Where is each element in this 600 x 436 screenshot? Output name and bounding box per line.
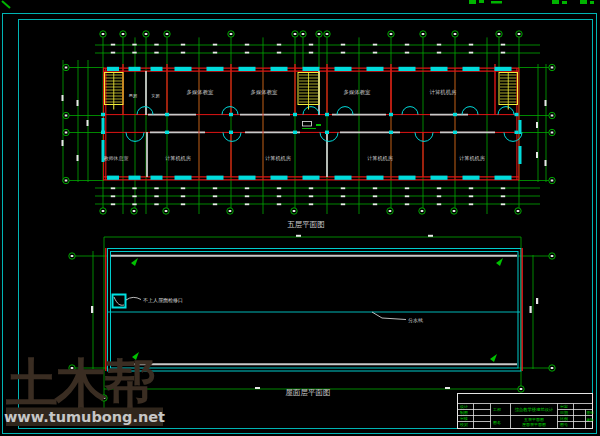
window (107, 176, 119, 180)
window (239, 67, 256, 71)
window (463, 176, 480, 180)
room-label: 多媒体教室 (251, 89, 279, 96)
axis-number-mark (551, 255, 554, 257)
window (151, 67, 163, 71)
dim-text-mark (245, 44, 249, 46)
dim-text-mark (132, 195, 136, 197)
window (399, 176, 416, 180)
window (239, 176, 256, 180)
window (463, 67, 480, 71)
column-block (389, 131, 393, 134)
dim-text-mark (245, 187, 249, 189)
axis-number-mark (318, 33, 321, 35)
axis-number-mark (122, 33, 125, 35)
dim-text-mark (181, 195, 185, 197)
drawing-name: 屋面层平面图 (522, 422, 546, 427)
dim-text-mark (245, 203, 249, 205)
room-label: 计算机机房 (265, 155, 291, 161)
room-label: 多媒体教室 (344, 89, 372, 96)
dim-text-mark (132, 52, 136, 54)
dim-text-mark (277, 52, 281, 54)
room-label: 多媒体教室 (187, 89, 215, 96)
dim-text-mark (62, 140, 64, 146)
axis-number-mark (498, 33, 501, 35)
dim-text-mark (277, 195, 281, 197)
axis-number-mark (293, 210, 296, 212)
dim-text-mark (309, 52, 313, 54)
dim-text-mark (536, 152, 538, 158)
column-block (515, 113, 519, 116)
dim-text-mark (501, 187, 505, 189)
dim-text-mark (437, 203, 441, 205)
title-block-field: 图号 (560, 422, 568, 427)
dim-text-mark (255, 387, 260, 389)
axis-number-mark (102, 210, 105, 212)
dim-text-mark (405, 187, 409, 189)
dim-text-mark (213, 195, 217, 197)
window (129, 176, 141, 180)
axis-number-mark (551, 180, 554, 182)
axis-number-mark (294, 33, 297, 35)
dim-text-mark (341, 203, 345, 205)
column-block (229, 113, 233, 116)
dim-text-mark (154, 52, 158, 54)
dim-text-mark (91, 306, 93, 313)
dim-text-mark (154, 195, 158, 197)
dim-text-mark (132, 187, 136, 189)
dim-text-mark (213, 52, 217, 54)
dim-text-mark (501, 203, 505, 205)
dim-text-mark (437, 195, 441, 197)
column-block (453, 131, 457, 134)
dim-text-mark (213, 187, 217, 189)
dim-text-mark (428, 235, 433, 237)
fragment-mark (491, 1, 502, 4)
dim-text-mark (545, 160, 547, 166)
window (367, 176, 384, 180)
axis-number-mark (551, 367, 554, 369)
roof-plan-title: 屋面层平面图 (286, 388, 331, 397)
column-block (515, 131, 519, 134)
column-block (101, 113, 105, 116)
level-marker-tag (316, 124, 321, 126)
fragment-mark (469, 0, 476, 4)
room-label: 计算机机房 (165, 155, 191, 161)
dim-text-mark (373, 195, 377, 197)
dim-text-mark (469, 195, 473, 197)
window (495, 67, 512, 71)
column-block (229, 131, 233, 134)
column-block (325, 131, 329, 134)
title-block-field: 审核 (460, 416, 468, 421)
dim-text-mark (245, 52, 249, 54)
room-label: 教师休息室 (104, 155, 129, 162)
axis-number-mark (230, 33, 233, 35)
dim-text-mark (341, 44, 345, 46)
axis-number-mark (65, 67, 68, 69)
dim-text-mark (111, 195, 115, 197)
dim-text-mark (469, 52, 473, 54)
dim-text-mark (62, 95, 64, 101)
dim-text-mark (405, 203, 409, 205)
dim-text-mark (296, 235, 301, 237)
axis-number-mark (390, 33, 393, 35)
column-block (165, 131, 169, 134)
dim-text-mark (181, 44, 185, 46)
axis-number-mark (551, 115, 554, 117)
window (431, 176, 448, 180)
room-label: 计算机机房 (430, 89, 458, 96)
room-label: 女厕 (151, 93, 159, 98)
dim-text-mark (277, 187, 281, 189)
window (519, 146, 522, 164)
column-block (101, 131, 105, 134)
column-block (325, 113, 329, 116)
column-block (293, 131, 297, 134)
dim-text-mark (530, 306, 532, 313)
dim-text-mark (373, 187, 377, 189)
axis-number-mark (551, 132, 554, 134)
title-block-field: 审定 (560, 404, 568, 409)
axis-number-mark (518, 33, 521, 35)
window (519, 120, 522, 134)
window (335, 67, 352, 71)
window (271, 176, 288, 180)
window (207, 67, 224, 71)
cad-drawing-canvas: 男厕 女厕 多媒体教室 多媒体教室 多媒体教室 计算机机房 教师休息室 计算机机… (0, 0, 600, 436)
